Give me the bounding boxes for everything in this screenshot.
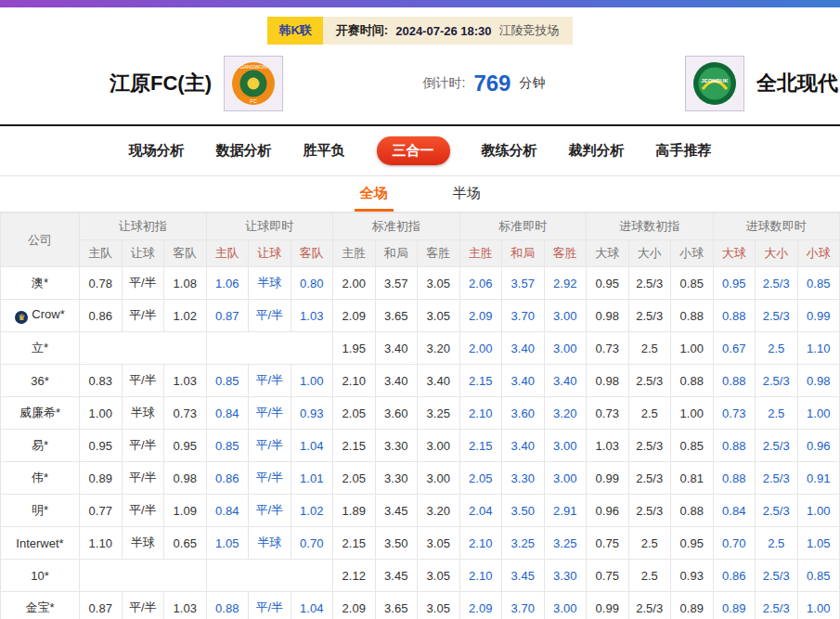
odds-cell[interactable]: 平/半 bbox=[249, 430, 291, 462]
odds-cell[interactable]: 1.04 bbox=[291, 592, 333, 619]
odds-cell[interactable]: 0.88 bbox=[713, 365, 756, 397]
odds-cell[interactable]: 1.03 bbox=[291, 300, 333, 332]
company-cell[interactable]: 10* bbox=[1, 560, 80, 592]
odds-cell[interactable]: 1.00 bbox=[291, 365, 333, 397]
odds-cell[interactable]: 2.15 bbox=[459, 365, 502, 397]
odds-cell[interactable]: 3.40 bbox=[502, 430, 545, 462]
odds-cell[interactable]: 3.20 bbox=[544, 397, 587, 430]
odds-cell[interactable]: 2.05 bbox=[459, 462, 502, 495]
odds-cell[interactable]: 平/半 bbox=[249, 462, 291, 495]
odds-cell[interactable]: 1.01 bbox=[291, 462, 333, 495]
odds-cell[interactable]: 半球 bbox=[249, 267, 291, 300]
odds-cell[interactable]: 2.5/3 bbox=[756, 495, 798, 527]
company-cell[interactable]: 36* bbox=[1, 365, 80, 397]
league-badge[interactable]: 韩K联 bbox=[267, 17, 322, 45]
odds-cell[interactable]: 1.00 bbox=[797, 592, 840, 619]
odds-cell[interactable]: 0.85 bbox=[206, 365, 249, 397]
odds-cell[interactable]: 0.93 bbox=[291, 397, 333, 430]
odds-cell[interactable]: 3.57 bbox=[502, 267, 545, 300]
odds-cell[interactable]: 2.00 bbox=[459, 332, 502, 365]
odds-cell[interactable]: 1.05 bbox=[206, 527, 249, 560]
company-cell[interactable]: 澳* bbox=[1, 267, 80, 300]
odds-cell[interactable]: 3.40 bbox=[544, 365, 587, 397]
odds-cell[interactable]: 0.85 bbox=[797, 560, 840, 592]
odds-cell[interactable]: 2.5/3 bbox=[756, 267, 798, 300]
odds-cell[interactable]: 3.00 bbox=[544, 300, 587, 332]
odds-cell[interactable]: 平/半 bbox=[249, 495, 291, 527]
odds-cell[interactable]: 2.5 bbox=[756, 397, 798, 430]
odds-cell[interactable]: 2.5/3 bbox=[756, 365, 798, 397]
odds-cell[interactable]: 3.00 bbox=[544, 332, 587, 365]
odds-cell[interactable]: 平/半 bbox=[249, 300, 291, 332]
odds-cell[interactable]: 半球 bbox=[249, 527, 291, 560]
odds-cell[interactable]: 0.89 bbox=[713, 592, 756, 619]
odds-cell[interactable]: 1.05 bbox=[797, 527, 840, 560]
odds-cell[interactable]: 0.80 bbox=[291, 267, 333, 300]
odds-cell[interactable]: 2.09 bbox=[459, 592, 502, 619]
nav-tab-live-analysis[interactable]: 现场分析 bbox=[129, 142, 185, 160]
company-cell[interactable]: 立* bbox=[1, 332, 80, 365]
odds-cell[interactable]: 0.84 bbox=[713, 495, 756, 527]
odds-cell[interactable]: 0.95 bbox=[713, 267, 756, 300]
odds-cell[interactable]: 1.00 bbox=[797, 397, 840, 430]
company-cell[interactable]: 威廉希* bbox=[1, 397, 80, 430]
odds-cell[interactable]: 1.00 bbox=[797, 495, 840, 527]
odds-cell[interactable]: 3.40 bbox=[502, 365, 545, 397]
odds-cell[interactable]: 2.5 bbox=[756, 332, 798, 365]
company-cell[interactable]: 金宝* bbox=[1, 592, 80, 619]
odds-cell[interactable]: 0.88 bbox=[206, 592, 249, 619]
odds-cell[interactable]: 0.70 bbox=[291, 527, 333, 560]
odds-cell[interactable]: 2.06 bbox=[459, 267, 502, 300]
odds-cell[interactable]: 0.88 bbox=[713, 300, 756, 332]
odds-cell[interactable]: 0.86 bbox=[206, 462, 249, 495]
company-cell[interactable]: 伟* bbox=[1, 462, 80, 495]
odds-cell[interactable]: 0.84 bbox=[206, 397, 249, 430]
odds-cell[interactable]: 2.10 bbox=[459, 527, 502, 560]
nav-tab-coach-analysis[interactable]: 教练分析 bbox=[482, 142, 537, 160]
odds-cell[interactable]: 3.70 bbox=[502, 592, 545, 619]
odds-cell[interactable]: 2.92 bbox=[544, 267, 587, 300]
odds-cell[interactable]: 3.70 bbox=[502, 300, 545, 332]
odds-cell[interactable]: 2.09 bbox=[459, 300, 502, 332]
odds-cell[interactable]: 2.10 bbox=[459, 560, 502, 592]
odds-cell[interactable]: 3.45 bbox=[502, 560, 545, 592]
odds-cell[interactable]: 1.04 bbox=[291, 430, 333, 462]
odds-cell[interactable]: 0.88 bbox=[713, 462, 756, 495]
odds-cell[interactable]: 0.85 bbox=[797, 267, 840, 300]
nav-tab-expert-picks[interactable]: 高手推荐 bbox=[656, 142, 712, 160]
odds-cell[interactable]: 0.87 bbox=[206, 300, 249, 332]
odds-cell[interactable]: 1.06 bbox=[206, 267, 249, 300]
odds-cell[interactable]: 0.98 bbox=[797, 365, 840, 397]
odds-cell[interactable]: 2.91 bbox=[544, 495, 587, 527]
odds-cell[interactable]: 2.5/3 bbox=[756, 300, 798, 332]
odds-cell[interactable]: 0.86 bbox=[713, 560, 756, 592]
odds-cell[interactable]: 2.5/3 bbox=[756, 430, 798, 462]
odds-cell[interactable]: 0.67 bbox=[713, 332, 756, 365]
odds-cell[interactable]: 2.15 bbox=[459, 430, 502, 462]
odds-cell[interactable]: 3.00 bbox=[544, 462, 587, 495]
nav-tab-data-analysis[interactable]: 数据分析 bbox=[216, 142, 272, 160]
company-cell[interactable]: 明* bbox=[1, 495, 80, 527]
company-cell[interactable]: ♛Crow* bbox=[1, 300, 80, 332]
odds-cell[interactable]: 3.25 bbox=[502, 527, 545, 560]
odds-cell[interactable]: 0.96 bbox=[797, 430, 840, 462]
odds-cell[interactable]: 2.04 bbox=[459, 495, 502, 527]
odds-cell[interactable]: 0.91 bbox=[797, 462, 840, 495]
odds-cell[interactable]: 3.60 bbox=[502, 397, 545, 430]
nav-tab-win-draw-lose[interactable]: 胜平负 bbox=[304, 142, 345, 160]
odds-cell[interactable]: 平/半 bbox=[249, 397, 291, 430]
company-cell[interactable]: 易* bbox=[1, 430, 80, 462]
odds-cell[interactable]: 0.85 bbox=[206, 430, 249, 462]
odds-cell[interactable]: 0.88 bbox=[713, 430, 756, 462]
subtab-full-match[interactable]: 全场 bbox=[355, 176, 394, 212]
odds-cell[interactable]: 3.30 bbox=[502, 462, 545, 495]
odds-cell[interactable]: 2.5/3 bbox=[756, 560, 798, 592]
odds-cell[interactable]: 3.50 bbox=[502, 495, 545, 527]
odds-cell[interactable]: 2.5 bbox=[756, 527, 798, 560]
company-cell[interactable]: Interwet* bbox=[1, 527, 80, 560]
nav-tab-referee-analysis[interactable]: 裁判分析 bbox=[569, 142, 625, 160]
odds-cell[interactable]: 3.25 bbox=[544, 527, 587, 560]
odds-cell[interactable]: 2.10 bbox=[459, 397, 502, 430]
odds-cell[interactable]: 1.02 bbox=[291, 495, 333, 527]
odds-cell[interactable]: 3.00 bbox=[544, 430, 587, 462]
